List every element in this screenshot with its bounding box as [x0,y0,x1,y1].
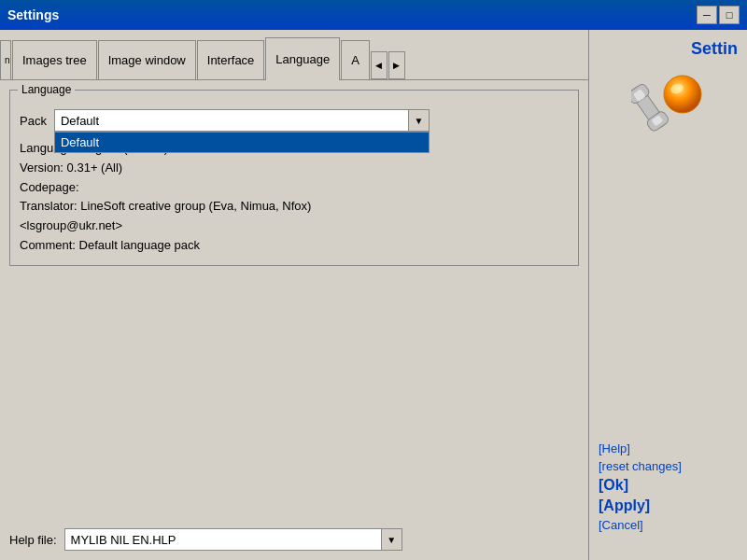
right-links: [Help] [reset changes] [Ok] [Apply] [Can… [599,441,682,551]
maximize-button[interactable]: □ [719,6,740,24]
info-version: Version: 0.31+ (All) [20,159,569,178]
tab-scroll-left[interactable]: ◀ [371,51,388,79]
window-title: Settings [7,7,59,22]
info-comment: Comment: Default language pack [20,236,569,256]
help-file-input[interactable] [64,528,382,551]
info-codepage: Codepage: [20,178,569,198]
ok-link[interactable]: [Ok] [599,477,682,494]
tab-first[interactable]: n [0,40,11,79]
pack-dropdown: ▼ Default [54,109,430,132]
left-panel: n Images tree Image window Interface Lan… [0,30,588,560]
help-link[interactable]: [Help] [599,441,682,455]
tab-language[interactable]: Language [265,37,340,80]
svg-point-5 [664,76,701,113]
pack-input[interactable] [54,109,409,132]
settings-icon [631,68,706,143]
bottom-row: Help file: ▼ [0,519,588,560]
title-bar: Settings ─ □ [0,0,747,30]
info-email: <lsgroup@ukr.net> [20,217,569,236]
cancel-link[interactable]: [Cancel] [599,518,682,532]
main-container: n Images tree Image window Interface Lan… [0,30,747,560]
info-translator: Translator: LineSoft creative group (Eva… [20,197,569,217]
pack-dropdown-list: Default [54,132,430,153]
tab-image-window[interactable]: Image window [98,40,196,79]
pack-dropdown-arrow[interactable]: ▼ [409,109,430,132]
tab-interface[interactable]: Interface [197,40,265,79]
minimize-button[interactable]: ─ [697,6,717,24]
language-group: Language Pack ▼ Default Language [9,90,579,266]
reset-link[interactable]: [reset changes] [599,459,682,473]
tab-a[interactable]: A [341,40,370,79]
info-text: Language: English (default) Version: 0.3… [20,139,569,256]
window-controls: ─ □ [697,6,740,24]
group-label: Language [18,83,75,96]
tabs-container: n Images tree Image window Interface Lan… [0,30,588,80]
help-file-label: Help file: [9,533,57,547]
dropdown-item-default[interactable]: Default [55,133,429,152]
right-panel: Settin [Help] [588,30,747,560]
tab-images-tree[interactable]: Images tree [12,40,97,79]
apply-link[interactable]: [Apply] [599,497,682,514]
tab-scroll-right[interactable]: ▶ [388,51,405,79]
content-area: Language Pack ▼ Default Language [0,80,588,519]
pack-label: Pack [20,114,47,128]
settings-title: Settin [691,39,738,59]
help-file-dropdown-arrow[interactable]: ▼ [382,528,402,551]
pack-row: Pack ▼ Default [20,109,569,132]
